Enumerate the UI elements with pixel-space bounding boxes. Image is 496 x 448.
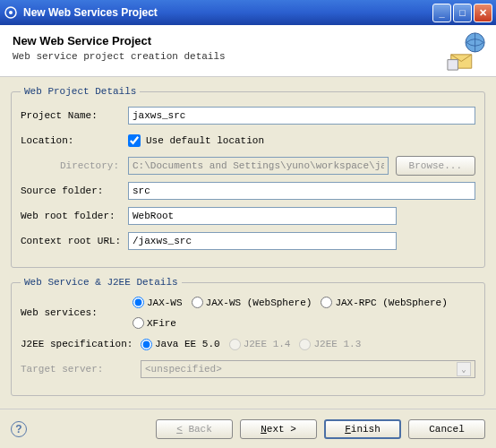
dialog-footer: ? < Back Next > Finish Cancel — [0, 409, 496, 448]
next-button[interactable]: Next > — [240, 419, 317, 439]
help-button[interactable]: ? — [11, 421, 27, 437]
directory-input — [128, 157, 389, 175]
source-folder-input[interactable] — [128, 182, 475, 200]
project-name-label: Project Name: — [21, 110, 128, 121]
window-title: New Web Services Project — [23, 6, 432, 19]
group-legend: Web Service & J2EE Details — [21, 277, 182, 288]
cancel-button[interactable]: Cancel — [408, 419, 485, 439]
source-folder-label: Source folder: — [21, 185, 128, 196]
radio-javaee5[interactable]: Java EE 5.0 — [141, 339, 220, 350]
radio-jaxws[interactable]: JAX-WS — [133, 297, 183, 308]
close-button[interactable]: ✕ — [474, 4, 492, 22]
web-root-label: Web root folder: — [21, 211, 128, 221]
context-root-label: Context root URL: — [21, 236, 128, 246]
page-subtitle: Web service project creation details — [13, 51, 483, 62]
radio-j2ee14: J2EE 1.4 — [229, 339, 291, 350]
app-icon — [4, 5, 18, 20]
chevron-down-icon: ⌄ — [457, 362, 471, 376]
minimize-button[interactable]: _ — [432, 4, 451, 22]
svg-point-1 — [9, 11, 13, 14]
target-server-label: Target server: — [21, 364, 141, 375]
web-root-input[interactable] — [128, 207, 397, 225]
web-service-j2ee-group: Web Service & J2EE Details Web services:… — [11, 277, 485, 396]
web-project-details-group: Web Project Details Project Name: Locati… — [11, 86, 485, 268]
radio-j2ee13: J2EE 1.3 — [299, 339, 361, 350]
use-default-location-label: Use default location — [146, 135, 264, 146]
wizard-icon — [446, 30, 487, 72]
target-server-select: <unspecified> ⌄ — [141, 360, 475, 378]
back-button: < Back — [156, 419, 233, 439]
maximize-button[interactable]: □ — [453, 4, 472, 22]
project-name-input[interactable] — [128, 107, 475, 125]
radio-jaxws-websphere[interactable]: JAX-WS (WebSphere) — [192, 297, 312, 308]
use-default-location-checkbox[interactable] — [128, 134, 141, 147]
directory-label: Directory: — [21, 160, 128, 171]
title-bar: New Web Services Project _ □ ✕ — [0, 0, 496, 25]
j2ee-spec-label: J2EE specification: — [21, 339, 141, 349]
web-services-label: Web services: — [21, 307, 133, 318]
dialog-header: New Web Service Project Web service proj… — [0, 25, 496, 77]
browse-button: Browse... — [396, 156, 475, 176]
radio-xfire[interactable]: XFire — [133, 317, 176, 329]
radio-jaxrpc-websphere[interactable]: JAX-RPC (WebSphere) — [321, 297, 447, 308]
finish-button[interactable]: Finish — [324, 419, 401, 439]
group-legend: Web Project Details — [21, 86, 140, 97]
context-root-input[interactable] — [128, 232, 397, 250]
location-label: Location: — [21, 135, 128, 146]
page-title: New Web Service Project — [13, 34, 483, 47]
